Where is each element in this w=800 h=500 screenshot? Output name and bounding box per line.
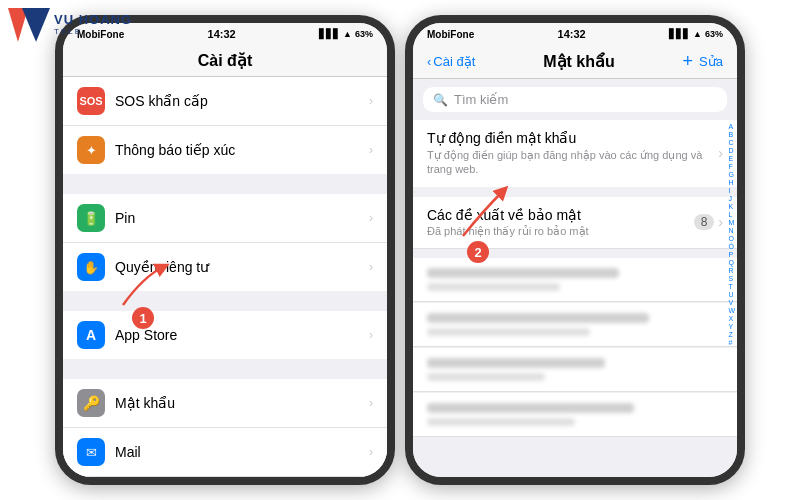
alpha-r[interactable]: R <box>728 267 735 274</box>
alpha-g[interactable]: G <box>728 171 735 178</box>
alpha-v[interactable]: V <box>728 299 735 306</box>
logo-icon <box>8 8 50 42</box>
annotation-1-container: 1 <box>113 257 173 329</box>
alpha-n[interactable]: N <box>728 227 735 234</box>
search-input-box[interactable]: 🔍 Tìm kiếm <box>423 87 727 112</box>
auto-fill-chevron: › <box>718 145 723 161</box>
settings-section-system: 🔋 Pin › ✋ Quyền riêng tư › <box>63 194 387 291</box>
right-wifi-icon: ▲ <box>693 29 702 39</box>
auto-fill-row[interactable]: Tự động điền mật khẩu Tự động điền giúp … <box>413 120 737 187</box>
appstore-label: App Store <box>115 327 359 343</box>
row-mail[interactable]: ✉ Mail › <box>63 428 387 477</box>
row-notifications[interactable]: ✦ Thông báo tiếp xúc › <box>63 126 387 174</box>
battery-chevron: › <box>369 211 373 225</box>
alpha-s[interactable]: S <box>728 275 735 282</box>
alpha-i[interactable]: I <box>728 187 735 194</box>
alpha-t[interactable]: T <box>728 283 735 290</box>
left-phone: MobiFone 14:32 ▋▋▋ ▲ 63% Cài đặt SOS <box>55 15 395 485</box>
alpha-d[interactable]: D <box>728 147 735 154</box>
pw-url-2 <box>427 313 649 323</box>
alpha-k[interactable]: K <box>728 203 735 210</box>
alpha-w[interactable]: W <box>728 307 735 314</box>
auto-fill-desc: Tự động điền giúp bạn đăng nhập vào các … <box>427 148 718 177</box>
sos-label: SOS khẩn cấp <box>115 93 359 109</box>
password-label: Mật khẩu <box>115 395 359 411</box>
alpha-a[interactable]: A <box>728 123 735 130</box>
row-password[interactable]: 🔑 Mật khẩu › <box>63 379 387 428</box>
right-content: 🔍 Tìm kiếm Tự động điền mật khẩu Tự động… <box>413 79 737 477</box>
brand-sub: TELE <box>54 28 132 37</box>
back-button[interactable]: ‹ Cài đặt <box>427 54 475 69</box>
annotation-2-container: 2 <box>443 181 513 263</box>
left-time: 14:32 <box>208 28 236 40</box>
alpha-u[interactable]: U <box>728 291 735 298</box>
alpha-p[interactable]: P <box>728 251 735 258</box>
notifications-chevron: › <box>369 143 373 157</box>
alpha-m[interactable]: M <box>728 219 735 226</box>
battery-row-icon: 🔋 <box>77 204 105 232</box>
appstore-chevron: › <box>369 328 373 342</box>
privacy-icon: ✋ <box>77 253 105 281</box>
right-status-bar: MobiFone 14:32 ▋▋▋ ▲ 63% <box>413 23 737 45</box>
spacer-2 <box>63 291 387 311</box>
left-status-icons: ▋▋▋ ▲ 63% <box>319 29 373 39</box>
settings-section-apps: A App Store › <box>63 311 387 359</box>
auto-fill-title: Tự động điền mật khẩu <box>427 130 718 146</box>
right-status-icons: ▋▋▋ ▲ 63% <box>669 29 723 39</box>
row-privacy[interactable]: ✋ Quyền riêng tư › <box>63 243 387 291</box>
alpha-b[interactable]: B <box>728 131 735 138</box>
security-chevron: › <box>718 214 723 230</box>
pw-entry-2[interactable] <box>413 303 737 347</box>
right-carrier: MobiFone <box>427 29 474 40</box>
sos-icon: SOS <box>77 87 105 115</box>
alpha-c[interactable]: C <box>728 139 735 146</box>
notifications-label: Thông báo tiếp xúc <box>115 142 359 158</box>
search-bar[interactable]: 🔍 Tìm kiếm <box>413 79 737 120</box>
auto-fill-card[interactable]: Tự động điền mật khẩu Tự động điền giúp … <box>413 120 737 187</box>
alpha-y[interactable]: Y <box>728 323 735 330</box>
alpha-e[interactable]: E <box>728 155 735 162</box>
pw-entry-3[interactable] <box>413 348 737 392</box>
row-appstore[interactable]: A App Store › <box>63 311 387 359</box>
security-badge: 8 <box>694 214 715 230</box>
alpha-f[interactable]: F <box>728 163 735 170</box>
battery-icon: 63% <box>355 29 373 39</box>
edit-button[interactable]: Sửa <box>699 54 723 69</box>
pw-user-4 <box>427 418 575 426</box>
search-placeholder: Tìm kiếm <box>454 92 508 107</box>
alpha-j[interactable]: J <box>728 195 735 202</box>
wifi-icon: ▲ <box>343 29 352 39</box>
alpha-hash[interactable]: # <box>728 339 735 346</box>
alpha-q[interactable]: Q <box>728 259 735 266</box>
add-password-button[interactable]: + <box>683 51 694 72</box>
row-sos[interactable]: SOS SOS khẩn cấp › <box>63 77 387 126</box>
pw-url-1 <box>427 268 619 278</box>
alpha-h[interactable]: H <box>728 179 735 186</box>
pw-user-3 <box>427 373 545 381</box>
alpha-z[interactable]: Z <box>728 331 735 338</box>
mail-chevron: › <box>369 445 373 459</box>
row-battery[interactable]: 🔋 Pin › <box>63 194 387 243</box>
logo-text-block: VU HOANG TELE <box>54 13 132 36</box>
alpha-o[interactable]: O <box>728 235 735 242</box>
alpha-l[interactable]: L <box>728 211 735 218</box>
password-chevron: › <box>369 396 373 410</box>
pw-entry-1[interactable] <box>413 258 737 302</box>
back-label: Cài đặt <box>433 54 475 69</box>
right-signal-icon: ▋▋▋ <box>669 29 690 39</box>
alpha-x[interactable]: X <box>728 315 735 322</box>
pw-user-1 <box>427 283 560 291</box>
annotation-label-1: 1 <box>132 307 154 329</box>
auto-fill-info: Tự động điền mật khẩu Tự động điền giúp … <box>427 130 718 177</box>
alpha-o-accent[interactable]: Ó <box>728 243 735 250</box>
phones-wrapper: MobiFone 14:32 ▋▋▋ ▲ 63% Cài đặt SOS <box>0 0 800 500</box>
privacy-chevron: › <box>369 260 373 274</box>
right-time: 14:32 <box>558 28 586 40</box>
pw-entry-4[interactable] <box>413 393 737 437</box>
right-phone: MobiFone 14:32 ▋▋▋ ▲ 63% ‹ Cài đặt Mật k… <box>405 15 745 485</box>
alphabet-index[interactable]: A B C D E F G H I J K L M N O Ó P Q R S <box>728 123 735 346</box>
mail-icon: ✉ <box>77 438 105 466</box>
right-nav-bar: ‹ Cài đặt Mật khẩu + Sửa <box>413 45 737 79</box>
left-content[interactable]: SOS SOS khẩn cấp › ✦ Thông báo tiếp xúc … <box>63 77 387 477</box>
annotation-label-2: 2 <box>467 241 489 263</box>
